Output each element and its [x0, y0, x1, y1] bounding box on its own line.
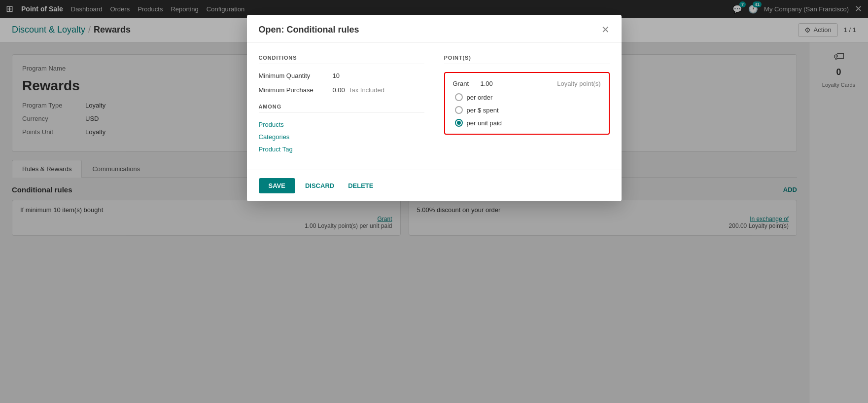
- radio-circle-per-unit[interactable]: [455, 119, 463, 127]
- min-purchase-row: Minimum Purchase 0.00 tax Included: [259, 86, 424, 94]
- radio-options: per order per $ spent per unit paid: [453, 93, 601, 127]
- min-qty-value: 10: [333, 72, 340, 79]
- grant-value: 1.00: [481, 80, 505, 87]
- grant-label: Grant: [453, 80, 476, 87]
- points-heading: POINT(S): [444, 55, 610, 64]
- conditional-rules-modal: Open: Conditional rules ✕ CONDITIONS Min…: [247, 15, 622, 201]
- radio-per-dollar[interactable]: per $ spent: [455, 106, 601, 114]
- points-box: Grant 1.00 Loyalty point(s) per order: [444, 72, 610, 135]
- save-button[interactable]: SAVE: [259, 178, 295, 193]
- min-purchase-value: 0.00: [333, 86, 345, 94]
- among-product-tag[interactable]: Product Tag: [259, 146, 424, 153]
- min-qty-row: Minimum Quantity 10: [259, 72, 424, 79]
- modal-footer: SAVE DISCARD DELETE: [247, 170, 622, 201]
- radio-label-per-unit: per unit paid: [467, 119, 502, 127]
- modal-close-button[interactable]: ✕: [601, 24, 610, 36]
- modal-body: CONDITIONS Minimum Quantity 10 Minimum P…: [247, 43, 622, 170]
- among-categories[interactable]: Categories: [259, 133, 424, 141]
- radio-circle-per-order[interactable]: [455, 93, 463, 101]
- radio-circle-per-dollar[interactable]: [455, 106, 463, 114]
- radio-per-order[interactable]: per order: [455, 93, 601, 101]
- modal-right: POINT(S) Grant 1.00 Loyalty point(s) per…: [444, 55, 610, 158]
- among-heading: AMONG: [259, 104, 424, 113]
- grant-unit: Loyalty point(s): [557, 80, 600, 87]
- modal-title: Open: Conditional rules: [259, 25, 359, 35]
- conditions-heading: CONDITIONS: [259, 55, 424, 64]
- delete-button[interactable]: DELETE: [344, 178, 377, 193]
- radio-label-per-order: per order: [467, 94, 493, 101]
- min-purchase-extra: tax Included: [350, 86, 384, 94]
- grant-row: Grant 1.00 Loyalty point(s): [453, 80, 601, 87]
- modal-two-col: CONDITIONS Minimum Quantity 10 Minimum P…: [259, 55, 610, 158]
- radio-label-per-dollar: per $ spent: [467, 107, 499, 114]
- min-qty-label: Minimum Quantity: [259, 72, 328, 79]
- discard-button[interactable]: DISCARD: [301, 178, 338, 193]
- min-purchase-label: Minimum Purchase: [259, 86, 328, 94]
- modal-overlay: Open: Conditional rules ✕ CONDITIONS Min…: [0, 0, 868, 403]
- modal-header: Open: Conditional rules ✕: [247, 15, 622, 43]
- radio-per-unit[interactable]: per unit paid: [455, 119, 601, 127]
- among-products[interactable]: Products: [259, 121, 424, 128]
- modal-left: CONDITIONS Minimum Quantity 10 Minimum P…: [259, 55, 424, 158]
